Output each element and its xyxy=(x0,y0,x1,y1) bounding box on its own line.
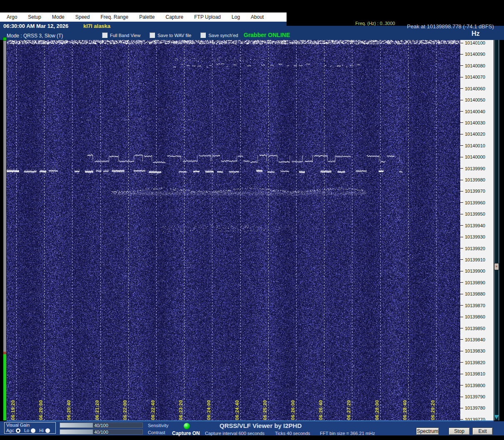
tick-mark xyxy=(460,374,463,374)
checkbox-label: Save synch'ed xyxy=(208,33,238,38)
tick-mark xyxy=(460,145,463,146)
tick-mark xyxy=(460,362,463,363)
slider-sensitivity[interactable]: 40/100 xyxy=(60,423,143,428)
tick-mark xyxy=(460,214,463,214)
radio-label-hi: Hi xyxy=(39,428,43,433)
freq-tick-label: 10139940 xyxy=(460,223,485,228)
scale-unit-label: Hz xyxy=(472,30,480,37)
menu-item-palette[interactable]: Palette xyxy=(134,14,160,20)
freq-tick-label: 10140020 xyxy=(460,132,485,137)
mode-label: Mode : QRSS 3, Slow (T) xyxy=(7,33,63,39)
menu-item-speed[interactable]: Speed xyxy=(70,14,95,20)
freq-tick-label: 10139890 xyxy=(460,280,485,285)
freq-tick-label: 10140000 xyxy=(460,154,485,159)
checkbox-box[interactable] xyxy=(150,32,155,38)
freq-tick-label: 10139840 xyxy=(460,337,485,342)
fft-bin-label: FFT bin size = 366.21 mHz xyxy=(320,431,375,436)
freq-tick-label: 10140100 xyxy=(460,40,485,45)
capture-status: Capture ON xyxy=(172,430,200,436)
menu-item-argo[interactable]: Argo xyxy=(1,14,22,20)
freq-tick-label: 10139950 xyxy=(460,211,485,216)
menu-item-capture[interactable]: Capture xyxy=(160,14,189,20)
menu-item-about[interactable]: About xyxy=(245,14,269,20)
argo-window: ArgoSetupModeSpeedFreq. RangePaletteCapt… xyxy=(0,0,504,440)
scrollbar-down-arrow-icon[interactable] xyxy=(494,415,499,419)
gain-indicator-cap xyxy=(3,37,7,41)
radio-lo[interactable] xyxy=(31,428,35,433)
tick-mark xyxy=(460,294,463,294)
checkbox-box[interactable] xyxy=(102,32,107,38)
stop-button[interactable]: Stop xyxy=(449,428,470,435)
app-title: QRSS/VLF Viewer by I2PHD xyxy=(220,422,302,429)
menu-item-setup[interactable]: Setup xyxy=(22,14,46,20)
freq-tick-label: 10140040 xyxy=(460,109,485,114)
scrollbar-track-line xyxy=(494,40,495,420)
tick-mark xyxy=(460,180,463,180)
tick-mark xyxy=(460,305,463,306)
checkbox-full-band-view[interactable]: Full Band View xyxy=(102,32,140,38)
visual-gain-radios: AgcLoHi xyxy=(6,428,54,433)
menu-item-freq-range[interactable]: Freq. Range xyxy=(95,14,134,20)
tick-mark xyxy=(460,65,463,66)
slider-contrast[interactable]: 40/100 xyxy=(60,429,143,435)
tick-mark xyxy=(460,225,463,226)
freq-tick-label: 10139810 xyxy=(460,371,485,376)
freq-tick-label: 10139800 xyxy=(460,383,485,388)
freq-tick-label: 10139820 xyxy=(460,360,485,365)
freq-tick-label: 10140030 xyxy=(460,120,485,125)
checkbox-save-synch-ed[interactable]: Save synch'ed xyxy=(200,32,238,38)
freq-tick-label: 10139900 xyxy=(460,268,485,273)
freq-tick-label: 10140090 xyxy=(460,52,485,57)
tick-mark xyxy=(460,385,463,385)
menu-item-log[interactable]: Log xyxy=(226,14,245,20)
freq-tick-label: 10140080 xyxy=(460,63,485,68)
visual-gain-title: Visual Gain xyxy=(6,423,30,428)
radio-agc[interactable] xyxy=(16,428,20,433)
top-right-black-panel xyxy=(287,0,504,26)
freq-tick-label: 10139880 xyxy=(460,291,485,296)
slider-label-contrast: Contrast xyxy=(148,430,165,435)
scrollbar[interactable] xyxy=(494,40,500,420)
radio-label-agc: Agc xyxy=(6,428,14,433)
menu-item-mode[interactable]: Mode xyxy=(47,14,70,20)
freq-tick-label: 10139830 xyxy=(460,348,485,353)
tick-mark xyxy=(460,328,463,328)
freq-tick-label: 10139780 xyxy=(460,405,485,410)
freq-tick-label: 10139930 xyxy=(460,234,485,239)
visual-gain-group: Visual Gain AgcLoHi xyxy=(4,422,56,434)
tick-mark xyxy=(460,351,463,351)
checkbox-label: Full Band View xyxy=(110,33,140,38)
menu-item-ftp-upload[interactable]: FTP Upload xyxy=(189,14,226,20)
tick-mark xyxy=(460,202,463,203)
spectrogram-canvas[interactable] xyxy=(7,40,460,420)
checkbox-box[interactable] xyxy=(200,32,206,38)
capture-led xyxy=(184,423,190,429)
freq-range-label: Freq. (Hz) : 0..3000 xyxy=(355,21,395,26)
freq-tick-label: 10139790 xyxy=(460,394,485,399)
gain-indicator-bar xyxy=(3,41,6,420)
freq-tick-label: 10139920 xyxy=(460,246,485,251)
station-label: kl7l alaska xyxy=(83,23,110,29)
tick-mark xyxy=(460,259,463,260)
slider-value: 40/100 xyxy=(60,430,142,434)
tick-mark xyxy=(460,397,463,397)
tick-mark xyxy=(460,339,463,340)
tick-mark xyxy=(460,88,463,89)
tick-mark xyxy=(460,54,463,55)
datetime-label: 06:30:00 AM Mar 12, 2026 xyxy=(3,23,68,29)
freq-tick-label: 10140070 xyxy=(460,75,485,80)
grabber-status: Grabber ONLINE xyxy=(244,32,290,38)
radio-hi[interactable] xyxy=(45,428,50,433)
slider-value: 40/100 xyxy=(60,423,142,428)
spectrum-button[interactable]: Spectrum xyxy=(416,428,439,435)
scrollbar-thumb[interactable] xyxy=(494,263,499,270)
capture-interval-label: Capture interval 600 seconds xyxy=(205,431,264,436)
checkbox-save-to-wav-file[interactable]: Save to WAV file xyxy=(150,32,191,38)
exit-button[interactable]: Exit xyxy=(472,428,493,435)
freq-tick-label: 10140060 xyxy=(460,86,485,91)
tick-mark xyxy=(460,100,463,100)
control-bar: Visual Gain AgcLoHi 40/10040/100 Capture… xyxy=(0,421,504,435)
tick-mark xyxy=(460,317,463,317)
tick-mark xyxy=(460,134,463,134)
freq-tick-label: 10139850 xyxy=(460,326,485,331)
